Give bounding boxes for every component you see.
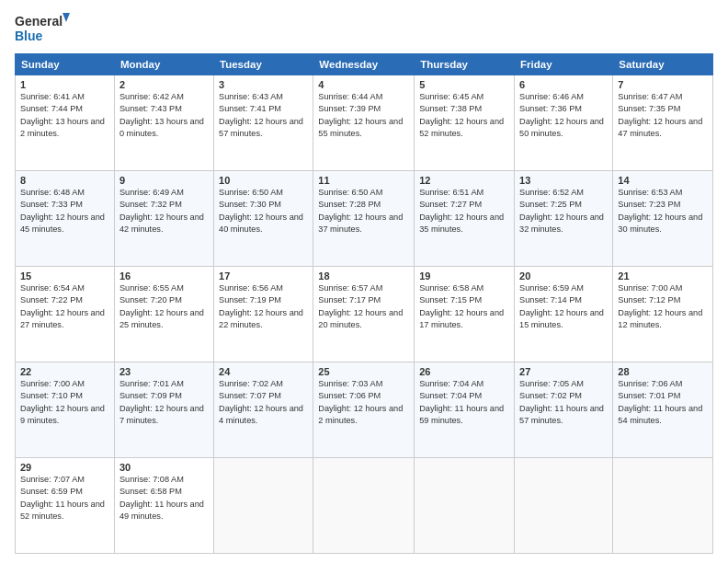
sunrise-label: Sunrise: 6:49 AM <box>119 188 184 197</box>
daylight-label: Daylight: 12 hours and 40 minutes. <box>219 213 303 234</box>
calendar-cell <box>613 458 713 554</box>
daylight-label: Daylight: 12 hours and 22 minutes. <box>219 308 303 329</box>
daylight-label: Daylight: 12 hours and 20 minutes. <box>318 308 403 329</box>
day-info: Sunrise: 7:02 AM Sunset: 7:07 PM Dayligh… <box>219 378 308 427</box>
day-number: 18 <box>318 270 409 282</box>
daylight-label: Daylight: 12 hours and 55 minutes. <box>318 117 403 138</box>
day-number: 23 <box>119 366 209 377</box>
sunset-label: Sunset: 7:12 PM <box>618 295 680 304</box>
sunset-label: Sunset: 7:22 PM <box>20 295 83 304</box>
daylight-label: Daylight: 12 hours and 15 minutes. <box>519 308 604 329</box>
daylight-label: Daylight: 12 hours and 12 minutes. <box>618 308 702 329</box>
sunset-label: Sunset: 7:09 PM <box>119 391 182 400</box>
weekday-header-tuesday: Tuesday <box>214 54 313 75</box>
calendar-cell: 5 Sunrise: 6:45 AM Sunset: 7:38 PM Dayli… <box>415 75 515 171</box>
sunset-label: Sunset: 7:41 PM <box>219 104 281 113</box>
calendar-cell: 19 Sunrise: 6:58 AM Sunset: 7:15 PM Dayl… <box>415 267 515 362</box>
day-info: Sunrise: 6:56 AM Sunset: 7:19 PM Dayligh… <box>219 282 308 331</box>
day-number: 12 <box>419 175 509 186</box>
day-number: 17 <box>219 270 308 282</box>
calendar-cell: 21 Sunrise: 7:00 AM Sunset: 7:12 PM Dayl… <box>613 267 713 362</box>
calendar-cell: 17 Sunrise: 6:56 AM Sunset: 7:19 PM Dayl… <box>214 267 313 362</box>
sunset-label: Sunset: 7:07 PM <box>219 391 281 400</box>
sunrise-label: Sunrise: 6:50 AM <box>219 188 283 197</box>
daylight-label: Daylight: 12 hours and 9 minutes. <box>20 404 105 425</box>
calendar-cell: 23 Sunrise: 7:01 AM Sunset: 7:09 PM Dayl… <box>114 362 213 458</box>
calendar-cell: 7 Sunrise: 6:47 AM Sunset: 7:35 PM Dayli… <box>613 75 713 171</box>
daylight-label: Daylight: 12 hours and 7 minutes. <box>119 404 204 425</box>
day-number: 22 <box>20 366 109 377</box>
calendar-cell: 18 Sunrise: 6:57 AM Sunset: 7:17 PM Dayl… <box>313 267 415 362</box>
day-info: Sunrise: 7:01 AM Sunset: 7:09 PM Dayligh… <box>119 378 209 427</box>
daylight-label: Daylight: 12 hours and 2 minutes. <box>318 404 403 425</box>
calendar-cell: 1 Sunrise: 6:41 AM Sunset: 7:44 PM Dayli… <box>16 75 115 171</box>
sunset-label: Sunset: 7:33 PM <box>20 200 83 209</box>
day-number: 7 <box>618 79 708 90</box>
day-info: Sunrise: 6:52 AM Sunset: 7:25 PM Dayligh… <box>519 187 608 236</box>
sunrise-label: Sunrise: 7:04 AM <box>419 379 483 388</box>
calendar-page: General Blue SundayMondayTuesdayWednesda… <box>0 0 728 563</box>
calendar-cell: 25 Sunrise: 7:03 AM Sunset: 7:06 PM Dayl… <box>313 362 415 458</box>
calendar-cell: 16 Sunrise: 6:55 AM Sunset: 7:20 PM Dayl… <box>114 267 213 362</box>
day-info: Sunrise: 6:57 AM Sunset: 7:17 PM Dayligh… <box>318 282 409 331</box>
day-info: Sunrise: 6:44 AM Sunset: 7:39 PM Dayligh… <box>318 91 409 140</box>
day-number: 28 <box>618 366 708 377</box>
sunrise-label: Sunrise: 6:57 AM <box>318 283 382 293</box>
day-info: Sunrise: 7:00 AM Sunset: 7:10 PM Dayligh… <box>20 378 109 427</box>
day-number: 1 <box>20 79 109 90</box>
day-info: Sunrise: 6:43 AM Sunset: 7:41 PM Dayligh… <box>219 91 308 140</box>
day-number: 2 <box>119 79 209 90</box>
sunset-label: Sunset: 7:43 PM <box>119 104 182 113</box>
calendar-cell: 4 Sunrise: 6:44 AM Sunset: 7:39 PM Dayli… <box>313 75 415 171</box>
daylight-label: Daylight: 12 hours and 47 minutes. <box>618 117 702 138</box>
sunrise-label: Sunrise: 6:41 AM <box>20 92 85 101</box>
sunset-label: Sunset: 7:28 PM <box>318 200 381 209</box>
sunset-label: Sunset: 7:44 PM <box>20 104 83 113</box>
day-number: 26 <box>419 366 509 377</box>
day-info: Sunrise: 6:47 AM Sunset: 7:35 PM Dayligh… <box>618 91 708 140</box>
day-number: 13 <box>519 175 608 186</box>
sunrise-label: Sunrise: 7:06 AM <box>618 379 682 388</box>
sunset-label: Sunset: 7:25 PM <box>519 200 582 209</box>
calendar-cell: 3 Sunrise: 6:43 AM Sunset: 7:41 PM Dayli… <box>214 75 313 171</box>
day-info: Sunrise: 6:50 AM Sunset: 7:28 PM Dayligh… <box>318 187 409 236</box>
daylight-label: Daylight: 12 hours and 25 minutes. <box>119 308 204 329</box>
day-info: Sunrise: 7:08 AM Sunset: 6:58 PM Dayligh… <box>119 474 209 523</box>
weekday-header-wednesday: Wednesday <box>313 54 415 75</box>
sunset-label: Sunset: 7:20 PM <box>119 295 182 304</box>
sunset-label: Sunset: 7:14 PM <box>519 295 582 304</box>
day-info: Sunrise: 6:51 AM Sunset: 7:27 PM Dayligh… <box>419 187 509 236</box>
sunset-label: Sunset: 7:04 PM <box>419 391 482 400</box>
day-number: 21 <box>618 270 708 282</box>
daylight-label: Daylight: 12 hours and 35 minutes. <box>419 213 504 234</box>
daylight-label: Daylight: 11 hours and 54 minutes. <box>618 404 702 425</box>
day-number: 14 <box>618 175 708 186</box>
calendar-cell: 10 Sunrise: 6:50 AM Sunset: 7:30 PM Dayl… <box>214 171 313 267</box>
sunrise-label: Sunrise: 6:51 AM <box>419 188 483 197</box>
weekday-header-saturday: Saturday <box>613 54 713 75</box>
weekday-header-friday: Friday <box>515 54 613 75</box>
calendar-cell: 11 Sunrise: 6:50 AM Sunset: 7:28 PM Dayl… <box>313 171 415 267</box>
daylight-label: Daylight: 12 hours and 57 minutes. <box>219 117 303 138</box>
sunrise-label: Sunrise: 7:01 AM <box>119 379 184 388</box>
day-number: 3 <box>219 79 308 90</box>
sunset-label: Sunset: 7:36 PM <box>519 104 582 113</box>
calendar-cell: 29 Sunrise: 7:07 AM Sunset: 6:59 PM Dayl… <box>16 458 115 554</box>
weekday-header-sunday: Sunday <box>16 54 115 75</box>
daylight-label: Daylight: 12 hours and 37 minutes. <box>318 213 403 234</box>
sunrise-label: Sunrise: 7:07 AM <box>20 475 85 484</box>
sunrise-label: Sunrise: 7:03 AM <box>318 379 382 388</box>
daylight-label: Daylight: 12 hours and 45 minutes. <box>20 213 105 234</box>
daylight-label: Daylight: 11 hours and 52 minutes. <box>20 500 105 521</box>
calendar-cell: 14 Sunrise: 6:53 AM Sunset: 7:23 PM Dayl… <box>613 171 713 267</box>
header: General Blue <box>15 11 713 46</box>
sunrise-label: Sunrise: 7:08 AM <box>119 475 184 484</box>
day-info: Sunrise: 7:04 AM Sunset: 7:04 PM Dayligh… <box>419 378 509 427</box>
sunrise-label: Sunrise: 6:54 AM <box>20 283 85 293</box>
sunrise-label: Sunrise: 6:47 AM <box>618 92 682 101</box>
sunset-label: Sunset: 7:02 PM <box>519 391 582 400</box>
daylight-label: Daylight: 13 hours and 2 minutes. <box>20 117 105 138</box>
day-number: 8 <box>20 175 109 186</box>
svg-marker-2 <box>63 13 70 22</box>
calendar-cell: 20 Sunrise: 6:59 AM Sunset: 7:14 PM Dayl… <box>515 267 613 362</box>
